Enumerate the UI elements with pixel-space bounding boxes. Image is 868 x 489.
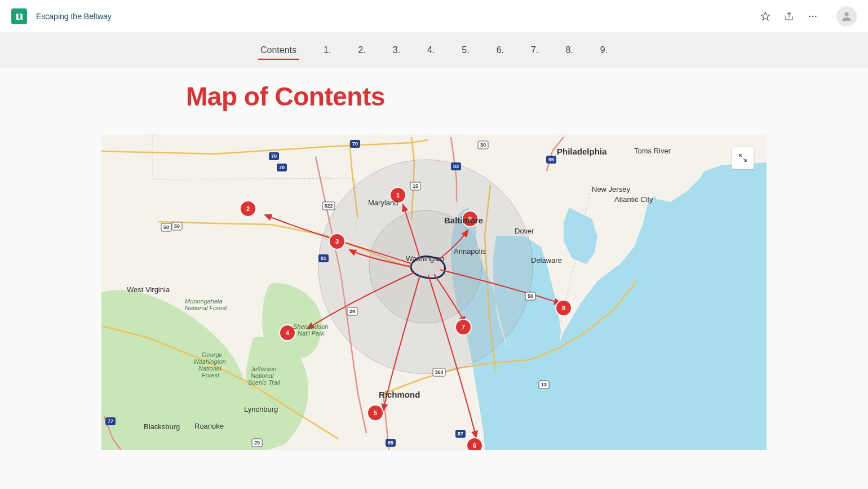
label-lynchburg: Lynchburg <box>244 405 278 413</box>
label-shenandoah: ShenandoahNat'l Park <box>293 323 328 337</box>
shield-us50a: 50 <box>161 223 171 231</box>
tab-2[interactable]: 2. <box>356 41 367 60</box>
shield-us30: 30 <box>478 141 488 149</box>
shield-i87: 87 <box>455 430 466 438</box>
share-icon[interactable] <box>783 11 795 22</box>
label-delaware: Delaware <box>531 256 562 265</box>
svg-text:70: 70 <box>352 141 358 147</box>
map-container[interactable]: 1 2 3 4 5 6 7 8 9 Philadelphia Toms Rive… <box>101 134 767 450</box>
marker-5[interactable]: 5 <box>367 405 383 421</box>
marker-8[interactable]: 8 <box>556 300 572 316</box>
svg-text:5: 5 <box>374 409 377 416</box>
marker-7[interactable]: 7 <box>455 319 471 335</box>
label-maryland: Maryland <box>368 199 398 207</box>
shield-i95: 95 <box>546 156 556 164</box>
label-baltimore: Baltimore <box>444 215 483 225</box>
story-title: Escaping the Beltway <box>36 12 112 21</box>
favorite-icon[interactable] <box>760 11 771 22</box>
svg-text:83: 83 <box>453 164 459 169</box>
marker-2[interactable]: 2 <box>240 201 256 217</box>
shield-i70c: 70 <box>350 140 360 148</box>
svg-point-1 <box>812 15 814 17</box>
svg-text:30: 30 <box>480 142 486 148</box>
svg-text:29: 29 <box>349 309 355 314</box>
shield-us360: 360 <box>433 368 445 376</box>
more-icon[interactable] <box>807 11 818 22</box>
expand-button[interactable] <box>732 147 754 169</box>
shield-us29b: 29 <box>252 439 262 447</box>
svg-text:8: 8 <box>562 305 565 311</box>
tab-8[interactable]: 8. <box>563 41 575 60</box>
label-new-jersey: New Jersey <box>592 185 630 193</box>
svg-text:29: 29 <box>254 440 260 446</box>
label-philadelphia: Philadelphia <box>557 147 607 156</box>
svg-text:522: 522 <box>324 203 333 209</box>
label-blacksburg: Blacksburg <box>144 422 180 431</box>
svg-text:360: 360 <box>435 369 443 375</box>
shield-i81: 81 <box>318 254 329 262</box>
shield-i85: 85 <box>386 439 396 447</box>
svg-text:7: 7 <box>462 324 465 331</box>
shield-i83: 83 <box>451 162 461 170</box>
svg-point-0 <box>809 15 811 17</box>
svg-text:13: 13 <box>541 382 547 387</box>
svg-text:50: 50 <box>163 224 169 230</box>
shield-us29: 29 <box>347 307 357 315</box>
shield-us50c: 50 <box>525 292 535 300</box>
shield-i70b: 70 <box>277 164 287 171</box>
svg-text:3: 3 <box>335 238 339 245</box>
svg-text:15: 15 <box>413 183 418 189</box>
shield-us15: 15 <box>410 182 420 190</box>
svg-text:85: 85 <box>388 440 393 446</box>
nav-tabs: Contents 1. 2. 3. 4. 5. 6. 7. 8. 9. <box>0 33 868 68</box>
storymap-logo-icon <box>11 8 27 24</box>
tab-contents[interactable]: Contents <box>258 41 299 60</box>
marker-3[interactable]: 3 <box>329 234 345 249</box>
label-west-virginia: West Virginia <box>127 285 170 294</box>
label-monongahela: MonongahelaNational Forest <box>185 298 228 311</box>
svg-text:6: 6 <box>473 442 476 449</box>
header-actions <box>760 6 857 27</box>
shield-us522: 522 <box>322 202 335 210</box>
svg-text:77: 77 <box>108 418 113 424</box>
svg-text:1: 1 <box>396 192 400 199</box>
svg-text:50: 50 <box>174 223 180 229</box>
svg-text:87: 87 <box>458 431 463 437</box>
svg-text:81: 81 <box>321 255 326 261</box>
tab-3[interactable]: 3. <box>391 41 402 60</box>
label-roanoke: Roanoke <box>194 422 224 430</box>
shield-i77: 77 <box>105 417 116 425</box>
page-title: Map of Contents <box>186 81 868 112</box>
tab-5[interactable]: 5. <box>459 41 471 60</box>
svg-text:95: 95 <box>548 157 554 162</box>
map-svg: 1 2 3 4 5 6 7 8 9 Philadelphia Toms Rive… <box>101 134 767 450</box>
tab-1[interactable]: 1. <box>321 41 333 60</box>
svg-text:70: 70 <box>279 165 285 170</box>
tab-4[interactable]: 4. <box>425 41 437 60</box>
label-richmond: Richmond <box>379 390 420 399</box>
label-washington: Washington <box>406 254 444 263</box>
svg-text:2: 2 <box>246 205 250 212</box>
svg-point-3 <box>844 12 848 16</box>
tab-9[interactable]: 9. <box>598 41 610 60</box>
header: Escaping the Beltway <box>0 0 868 33</box>
svg-text:70: 70 <box>271 153 277 159</box>
svg-point-2 <box>815 15 817 17</box>
label-toms-river: Toms River <box>634 147 671 155</box>
shield-i70a: 70 <box>269 152 279 160</box>
svg-text:50: 50 <box>528 293 533 299</box>
shield-us13: 13 <box>539 381 549 389</box>
shield-us50b: 50 <box>172 222 182 230</box>
inner-radius <box>369 210 482 323</box>
user-avatar[interactable] <box>836 6 857 27</box>
tab-7[interactable]: 7. <box>529 41 541 60</box>
marker-6[interactable]: 6 <box>467 438 482 450</box>
svg-text:4: 4 <box>286 329 290 336</box>
label-dover: Dover <box>515 227 534 235</box>
label-annapolis: Annapolis <box>454 247 486 255</box>
tab-6[interactable]: 6. <box>494 41 506 60</box>
content-area: Map of Contents <box>0 81 868 450</box>
label-atlantic-city: Atlantic City <box>614 195 653 204</box>
